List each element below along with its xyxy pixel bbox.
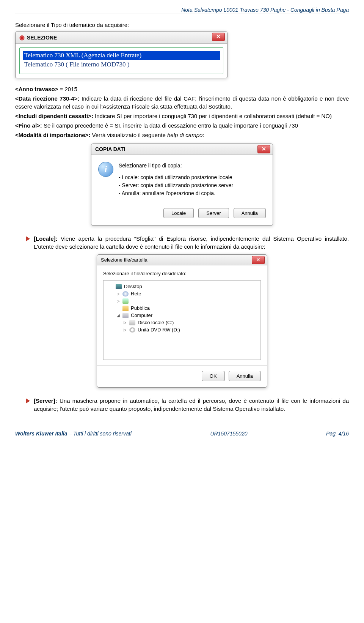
param-finoal-body: Se il campo precedente è = SI, inserire … <box>42 122 298 129</box>
copia-heading: Selezionare il tipo di copia: <box>119 162 233 170</box>
copia-line-annulla: - Annulla: annullare l'operazione di cop… <box>119 189 233 197</box>
copia-title-bar: COPIA DATI ✕ <box>91 144 273 155</box>
disk-icon <box>129 320 135 325</box>
close-icon[interactable]: ✕ <box>257 145 270 153</box>
bullet-server-lead: [Server]: <box>34 397 57 404</box>
network-icon <box>122 291 129 297</box>
tree-desktop-label: Desktop <box>124 284 142 289</box>
tree-dvd-label: Unità DVD RW (D:) <box>138 327 180 333</box>
param-modalita-label: <Modalità di importazione>: <box>15 132 90 138</box>
selezione-title-bar: ◉SELEZIONE ✕ <box>16 32 227 44</box>
desktop-icon <box>116 284 122 289</box>
copia-line-server: - Server: copia dati utilizzando postazi… <box>119 181 233 189</box>
expand-icon[interactable]: ▷ <box>116 299 120 303</box>
param-anno-body: = 2015 <box>58 86 77 92</box>
expand-icon[interactable]: ▷ <box>116 292 120 296</box>
param-anno-label: <Anno travaso> <box>15 86 58 92</box>
annulla-button[interactable]: Annulla <box>229 371 261 381</box>
param-includi-body: Indicare SI per importare i conguagli 73… <box>93 113 332 119</box>
copia-dati-dialog: COPIA DATI ✕ Selezionare il tipo di copi… <box>91 144 273 226</box>
folder-tree[interactable]: Desktop ▷Rete ▷ Pubblica ◢Computer ▷Disc… <box>103 280 261 360</box>
selezione-dialog: ◉SELEZIONE ✕ Telematico 730 XML (Agenzia… <box>15 31 228 78</box>
bullet-server-body: Una maschera propone in automatico, la c… <box>34 397 349 412</box>
expand-icon[interactable]: ▷ <box>123 328 127 332</box>
bullet-locale-lead: [Locale]: <box>34 235 58 242</box>
copia-title: COPIA DATI <box>95 146 125 152</box>
param-dataric-label: <Data ricezione 730-4>: <box>15 95 79 102</box>
param-finoal-label: <Fino al>: <box>15 122 42 129</box>
tree-computer[interactable]: ◢Computer <box>106 312 258 319</box>
expand-icon[interactable]: ▷ <box>123 320 127 325</box>
annulla-button[interactable]: Annulla <box>234 208 266 218</box>
tree-dvd-d[interactable]: ▷Unità DVD RW (D:) <box>106 326 258 333</box>
tree-blank-label <box>131 298 132 304</box>
tree-pubblica-label: Pubblica <box>131 305 150 311</box>
computer-icon <box>122 313 129 318</box>
recycle-icon <box>122 298 129 304</box>
file-dialog-title: Selezione file/cartella <box>101 257 147 263</box>
arrow-icon <box>26 398 30 404</box>
collapse-icon[interactable]: ◢ <box>116 313 120 317</box>
footer-page: Pag. 4/16 <box>326 431 349 437</box>
footer-code: UR1507155020 <box>210 431 247 437</box>
tree-recycle[interactable]: ▷ <box>106 297 258 304</box>
copia-line-locale: - Locale: copia dati utilizzando postazi… <box>119 173 233 181</box>
parameters-block: <Anno travaso> = 2015 <Data ricezione 73… <box>15 85 349 139</box>
folder-icon <box>122 306 129 311</box>
selezione-listbox[interactable]: Telematico 730 XML (Agenzia delle Entrat… <box>19 47 223 74</box>
intro-text: Selezionare il Tipo di telematico da acq… <box>15 21 349 29</box>
tree-computer-label: Computer <box>131 312 152 318</box>
param-modalita-lead: Verrà visualizzato il seguente <box>90 132 167 138</box>
info-icon <box>98 162 113 177</box>
close-icon[interactable]: ✕ <box>212 33 225 41</box>
telematico-option-mod730[interactable]: Telematico 730 ( File interno MOD730 ) <box>23 60 220 69</box>
footer-company: Wolters Kluwer Italia <box>15 431 67 437</box>
selezione-title: SELEZIONE <box>27 35 57 41</box>
locale-button[interactable]: Locale <box>163 208 194 218</box>
tree-pubblica[interactable]: Pubblica <box>106 304 258 312</box>
ok-button[interactable]: OK <box>202 371 225 381</box>
footer-rights: – Tutti i diritti sono riservati <box>67 431 131 437</box>
arrow-icon <box>26 236 30 241</box>
page-footer: Wolters Kluwer Italia – Tutti i diritti … <box>0 428 364 444</box>
selection-icon: ◉ <box>19 34 25 41</box>
telematico-option-xml[interactable]: Telematico 730 XML (Agenzia delle Entrat… <box>23 51 220 60</box>
file-selection-dialog: Selezione file/cartella ✕ Selezionare il… <box>97 254 267 388</box>
document-header: Nota Salvatempo L0001 Travaso 730 Paghe … <box>15 7 349 14</box>
dvd-icon <box>129 327 135 333</box>
server-button[interactable]: Server <box>198 208 229 218</box>
tree-rete[interactable]: ▷Rete <box>106 290 258 297</box>
tree-disk-c[interactable]: ▷Disco locale (C:) <box>106 319 258 326</box>
tree-rete-label: Rete <box>131 291 141 297</box>
param-includi-label: <Includi dipendenti cessati>: <box>15 113 93 119</box>
param-modalita-ital: help di campo <box>167 132 202 138</box>
bullet-server: [Server]: Una maschera propone in automa… <box>26 397 349 413</box>
bullet-locale-body: Viene aperta la procedura "Sfoglia" di E… <box>34 235 349 250</box>
file-dialog-label: Selezionare il file/directory desiderato… <box>103 271 261 276</box>
bullet-locale: [Locale]: Viene aperta la procedura "Sfo… <box>26 235 349 251</box>
close-icon[interactable]: ✕ <box>252 256 265 264</box>
tree-disk-label: Disco locale (C:) <box>138 320 174 325</box>
tree-desktop[interactable]: Desktop <box>106 283 258 290</box>
copia-body-text: Selezionare il tipo di copia: - Locale: … <box>119 162 233 197</box>
file-dialog-titlebar: Selezione file/cartella ✕ <box>97 255 267 265</box>
param-modalita-tail: : <box>202 132 204 138</box>
